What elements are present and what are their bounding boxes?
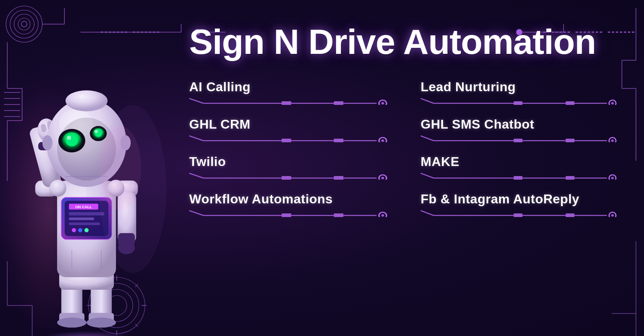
svg-line-165 (421, 211, 433, 215)
svg-line-125 (189, 136, 203, 141)
features-grid: AI Calling (189, 80, 620, 217)
svg-rect-114 (334, 101, 343, 105)
feature-label-ghl-sms-chatbot: GHL SMS Chatbot (421, 117, 620, 132)
svg-rect-71 (69, 217, 94, 220)
svg-point-172 (611, 214, 613, 217)
svg-line-117 (421, 98, 433, 103)
title-area: Sign N Drive Automation (189, 16, 620, 68)
svg-point-73 (72, 228, 76, 232)
svg-point-164 (381, 214, 384, 217)
robot-section: ON CALL (0, 0, 173, 336)
svg-line-141 (189, 173, 203, 178)
svg-point-75 (85, 228, 89, 232)
svg-rect-162 (334, 213, 343, 217)
feature-item-workflow-automations: Workflow Automations (189, 192, 388, 217)
svg-line-149 (421, 173, 433, 178)
feature-item-ai-calling: AI Calling (189, 80, 388, 105)
connector-ghl-sms-chatbot (421, 134, 620, 142)
connector-workflow-automations (189, 209, 388, 217)
feature-item-make: MAKE (421, 154, 620, 180)
svg-line-133 (421, 136, 433, 141)
feature-label-lead-nurturing: Lead Nurturing (421, 80, 620, 94)
svg-rect-169 (566, 213, 574, 217)
svg-rect-161 (282, 213, 291, 217)
svg-point-62 (87, 318, 116, 328)
svg-rect-119 (514, 101, 522, 105)
main-title: Sign N Drive Automation (189, 24, 620, 59)
feature-label-twilio: Twilio (189, 154, 388, 169)
svg-point-156 (611, 177, 613, 179)
feature-label-workflow-automations: Workflow Automations (189, 192, 388, 207)
svg-rect-70 (69, 212, 104, 215)
main-content: ON CALL (0, 0, 644, 336)
svg-rect-167 (514, 213, 522, 217)
svg-rect-135 (514, 139, 522, 142)
svg-point-124 (611, 102, 613, 104)
svg-rect-130 (334, 139, 343, 142)
robot-illustration: ON CALL (0, 0, 173, 336)
connector-ghl-crm (189, 134, 388, 142)
svg-line-157 (189, 211, 203, 215)
svg-point-61 (57, 318, 87, 328)
svg-rect-145 (282, 176, 291, 180)
svg-point-148 (381, 177, 384, 179)
svg-point-140 (611, 139, 613, 142)
svg-rect-113 (282, 101, 291, 105)
svg-rect-72 (69, 223, 100, 225)
svg-rect-137 (566, 139, 574, 142)
svg-rect-153 (566, 176, 574, 180)
feature-label-ai-calling: AI Calling (189, 80, 388, 94)
right-section: Sign N Drive Automation AI Calling (173, 0, 644, 336)
svg-point-100 (95, 130, 98, 133)
svg-point-108 (99, 126, 141, 210)
feature-label-make: MAKE (421, 154, 620, 169)
connector-twilio (189, 172, 388, 180)
feature-item-fb-instagram-autoreply: Fb & Intagram AutoReply (421, 192, 620, 217)
connector-fb-instagram-autoreply (421, 209, 620, 217)
feature-item-ghl-sms-chatbot: GHL SMS Chatbot (421, 117, 620, 142)
connector-ai-calling (189, 97, 388, 105)
feature-label-ghl-crm: GHL CRM (189, 117, 388, 132)
svg-rect-129 (282, 139, 291, 142)
svg-rect-151 (514, 176, 522, 180)
svg-rect-121 (566, 101, 574, 105)
svg-text:ON CALL: ON CALL (75, 205, 92, 209)
svg-point-103 (66, 90, 108, 111)
svg-point-96 (67, 136, 71, 140)
feature-label-fb-instagram-autoreply: Fb & Intagram AutoReply (421, 192, 620, 207)
feature-item-twilio: Twilio (189, 154, 388, 180)
feature-item-lead-nurturing: Lead Nurturing (421, 80, 620, 105)
feature-item-ghl-crm: GHL CRM (189, 117, 388, 142)
svg-rect-146 (334, 176, 343, 180)
svg-point-116 (381, 102, 384, 104)
svg-point-87 (50, 180, 66, 197)
svg-line-109 (189, 98, 203, 103)
connector-lead-nurturing (421, 97, 620, 105)
svg-point-132 (381, 139, 384, 142)
connector-make (421, 172, 620, 180)
svg-point-101 (42, 135, 52, 150)
svg-point-74 (78, 228, 82, 232)
